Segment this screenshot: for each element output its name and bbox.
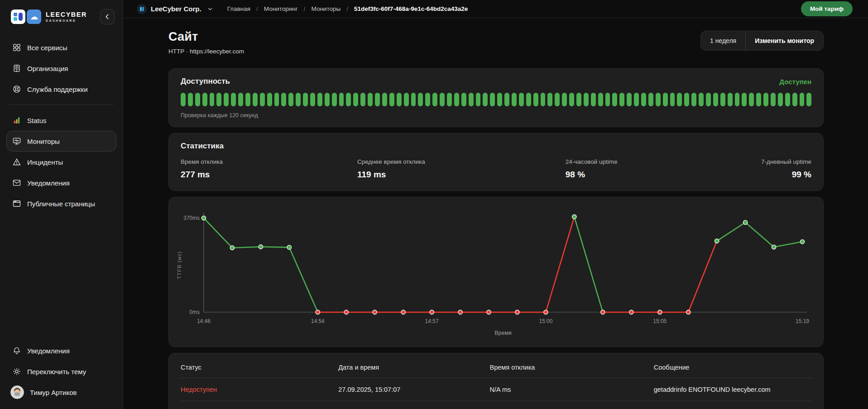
availability-title: Доступность — [181, 77, 230, 86]
uptime-bar — [627, 93, 632, 106]
sidebar-item-theme-toggle[interactable]: Переключить тему — [6, 361, 116, 382]
uptime-bar — [476, 93, 481, 106]
browser-icon — [12, 199, 21, 208]
uptime-bar — [576, 93, 581, 106]
uptime-bar — [619, 93, 624, 106]
uptime-bar — [296, 93, 301, 106]
sidebar-item-support[interactable]: Служба поддержки — [6, 79, 116, 100]
sidebar-item-notifications-bell[interactable]: Уведомления — [6, 340, 116, 361]
page-header: Сайт HTTP · https://leecyber.com 1 недел… — [168, 30, 824, 55]
breadcrumb-link[interactable]: Мониторы — [312, 5, 341, 12]
uptime-bar — [648, 93, 653, 106]
uptime-bar — [440, 93, 445, 106]
uptime-bar — [742, 93, 747, 106]
sidebar-bottom-menu: УведомленияПереключить темуТимур Артиков — [6, 340, 116, 403]
uptime-bar — [541, 93, 546, 106]
sidebar-item-label: Уведомления — [27, 179, 70, 187]
incidents-table-card: СтатусДата и времяВремя откликаСообщение… — [168, 353, 824, 409]
edit-monitor-button[interactable]: Изменить монитор — [746, 31, 823, 50]
uptime-bar — [684, 93, 689, 106]
incidents-table: СтатусДата и времяВремя откликаСообщение… — [181, 355, 811, 401]
theme-icon — [12, 367, 21, 376]
stat-value: 119 ms — [357, 170, 566, 180]
uptime-bar — [195, 93, 200, 106]
sidebar-item-label: Тимур Артиков — [30, 389, 77, 396]
uptime-bar — [519, 93, 524, 106]
uptime-bar — [368, 93, 373, 106]
uptime-bar — [188, 93, 193, 106]
building-icon — [12, 64, 21, 73]
uptime-bar — [728, 93, 733, 106]
main-area: LeeCyber Corp. Главная/Мониторинг/Монито… — [123, 0, 868, 409]
stat-value: 99 % — [761, 170, 811, 180]
sidebar-item-all-services[interactable]: Все сервисы — [6, 37, 116, 58]
response-time-chart-card: 370ms0msTTFB (мс)14:4614:5414:5715:0015:… — [168, 197, 824, 347]
stat-label: Время отклика — [181, 158, 357, 165]
uptime-bar — [547, 93, 552, 106]
sidebar-item-monitors[interactable]: Мониторы — [6, 131, 116, 152]
uptime-bar — [397, 93, 402, 106]
uptime-bar — [699, 93, 704, 106]
stat-item: Среднее время отклика119 ms — [357, 158, 566, 180]
period-button[interactable]: 1 неделя — [701, 31, 745, 50]
uptime-bar — [526, 93, 531, 106]
app-root: ☁ LEECYBER DASHBOARD Все сервисыОрганиза… — [0, 0, 868, 409]
uptime-bar — [310, 93, 315, 106]
table-header: Дата и время — [338, 355, 489, 378]
uptime-bar — [353, 93, 358, 106]
brand-row: ☁ LEECYBER DASHBOARD — [6, 0, 116, 27]
sidebar-item-label: Все сервисы — [27, 44, 67, 52]
svg-text:14:54: 14:54 — [311, 318, 325, 324]
uptime-bar — [360, 93, 365, 106]
uptime-bar — [382, 93, 387, 106]
sidebar-item-notifications[interactable]: Уведомления — [6, 172, 116, 193]
svg-text:0ms: 0ms — [189, 309, 200, 315]
my-plan-button[interactable]: Мой тариф — [801, 1, 853, 16]
uptime-bar — [785, 93, 790, 106]
sidebar-item-status[interactable]: Status — [6, 110, 116, 131]
logo-tile-squares — [11, 10, 25, 24]
uptime-bar — [389, 93, 394, 106]
sidebar-item-label: Инциденты — [27, 158, 63, 166]
uptime-bar — [339, 93, 344, 106]
uptime-bar — [253, 93, 258, 106]
sidebar-item-label: Организация — [27, 65, 68, 72]
uptime-bar — [612, 93, 617, 106]
uptime-bar — [677, 93, 682, 106]
breadcrumb: Главная/Мониторинг/Мониторы/51def3fc-60f… — [227, 5, 468, 12]
uptime-bar — [281, 93, 286, 106]
mail-icon — [12, 178, 21, 187]
breadcrumb-link[interactable]: Мониторинг — [264, 5, 298, 12]
topbar: LeeCyber Corp. Главная/Мониторинг/Монито… — [123, 0, 868, 18]
sidebar-item-public-pages[interactable]: Публичные страницы — [6, 193, 116, 214]
brand-name: LEECYBER — [46, 11, 87, 18]
uptime-bar — [317, 93, 322, 106]
table-row[interactable]: Недоступен27.09.2025, 15:07:07N/A msgeta… — [181, 378, 811, 401]
bell-icon — [12, 346, 21, 355]
uptime-bar — [238, 93, 243, 106]
stat-label: 24-часовой uptime — [566, 158, 761, 165]
breadcrumb-link[interactable]: Главная — [227, 5, 250, 12]
stat-label: Среднее время отклика — [357, 158, 566, 165]
svg-text:14:57: 14:57 — [425, 318, 439, 324]
svg-text:15:19: 15:19 — [796, 318, 809, 324]
uptime-bar — [497, 93, 502, 106]
svg-text:370ms: 370ms — [183, 215, 200, 221]
message-cell: getaddrinfo ENOTFOUND leecyber.com — [654, 378, 811, 401]
uptime-bar — [806, 93, 811, 106]
sidebar-item-user-profile[interactable]: Тимур Артиков — [6, 382, 116, 403]
sidebar-collapse-button[interactable] — [100, 9, 115, 24]
svg-text:Время: Время — [494, 330, 512, 336]
check-interval-caption: Проверка каждые 120 секунд — [181, 112, 811, 119]
sidebar-item-organization[interactable]: Организация — [6, 58, 116, 79]
uptime-bar — [288, 93, 293, 106]
uptime-bar — [555, 93, 560, 106]
avatar-icon — [10, 385, 24, 399]
uptime-bar — [584, 93, 589, 106]
ttfb-line-chart: 370ms0msTTFB (мс)14:4614:5414:5715:0015:… — [169, 197, 823, 347]
grid-icon — [12, 43, 21, 52]
sidebar-item-incidents[interactable]: Инциденты — [6, 152, 116, 172]
stat-value: 277 ms — [181, 170, 357, 180]
org-switcher[interactable]: LeeCyber Corp. — [137, 4, 215, 14]
uptime-bar — [763, 93, 768, 106]
